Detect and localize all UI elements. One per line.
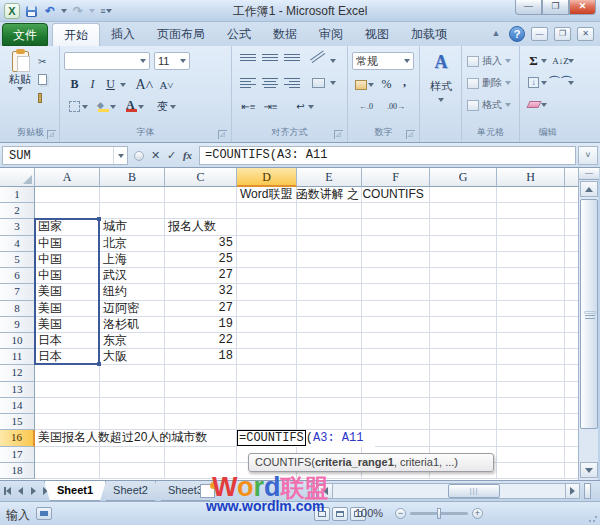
cell-C3[interactable]: 报名人数 — [165, 219, 237, 235]
wrap-dropdown[interactable] — [308, 105, 314, 109]
cell-B7[interactable]: 纽约 — [100, 284, 165, 300]
middle-align-button[interactable] — [262, 54, 278, 66]
help-icon[interactable]: ? — [509, 26, 525, 42]
underline-dropdown[interactable] — [120, 83, 126, 87]
underline-button[interactable]: U — [102, 76, 119, 93]
cell-D14[interactable] — [237, 398, 297, 414]
cell-C5[interactable]: 25 — [165, 252, 237, 268]
cell-H5[interactable] — [497, 252, 565, 268]
find-dropdown[interactable] — [568, 81, 574, 85]
cell-A10[interactable]: 日本 — [35, 333, 100, 349]
cell-H12[interactable] — [497, 365, 565, 381]
cell-H3[interactable] — [497, 219, 565, 235]
zoom-level[interactable]: 100% — [355, 507, 383, 519]
cell-C2[interactable] — [165, 203, 237, 219]
cell-A2[interactable] — [35, 203, 100, 219]
cell-C17[interactable] — [165, 447, 237, 463]
cell-H17[interactable] — [497, 447, 565, 463]
scroll-down-arrow[interactable] — [580, 462, 598, 478]
border-dropdown[interactable] — [82, 105, 88, 109]
cell-E7[interactable] — [297, 284, 362, 300]
selection-handle-bottom-right[interactable] — [97, 362, 101, 366]
cell-C9[interactable]: 19 — [165, 317, 237, 333]
font-color-dropdown[interactable] — [138, 105, 144, 109]
column-header-A[interactable]: A — [35, 168, 100, 187]
cell-H2[interactable] — [497, 203, 565, 219]
sort-filter-button[interactable]: A↓Z — [552, 52, 569, 69]
horizontal-scroll-track[interactable] — [333, 483, 565, 499]
cell-G13[interactable] — [430, 382, 497, 398]
cell-H15[interactable] — [497, 414, 565, 430]
fill-button[interactable]: ↓ — [525, 74, 542, 91]
row-header-10[interactable]: 10 — [0, 333, 35, 349]
cell-F6[interactable] — [362, 268, 430, 284]
orientation-button[interactable] — [310, 50, 330, 69]
cell-B12[interactable] — [100, 365, 165, 381]
cell-A5[interactable]: 中国 — [35, 252, 100, 268]
close-button[interactable]: ✕ — [569, 0, 596, 15]
cell-G8[interactable] — [430, 301, 497, 317]
copy-button[interactable] — [38, 71, 58, 87]
cell-B8[interactable]: 迈阿密 — [100, 301, 165, 317]
sort-dropdown[interactable] — [568, 59, 574, 63]
cell-A11[interactable]: 日本 — [35, 349, 100, 365]
row-header-8[interactable]: 8 — [0, 301, 35, 317]
cell-C15[interactable] — [165, 414, 237, 430]
cut-button[interactable]: ✂ — [38, 53, 58, 69]
cell-H9[interactable] — [497, 317, 565, 333]
zoom-track[interactable] — [410, 512, 468, 515]
column-header-D[interactable]: D — [237, 168, 297, 187]
orientation-dropdown[interactable] — [330, 59, 336, 63]
ribbon-tab[interactable]: 公式 — [216, 23, 262, 46]
paste-button[interactable]: 粘贴 — [5, 51, 35, 91]
cell-C12[interactable] — [165, 365, 237, 381]
cell-G1[interactable] — [430, 187, 497, 203]
row-header-15[interactable]: 15 — [0, 414, 35, 430]
cell-E11[interactable] — [297, 349, 362, 365]
format-cells-button[interactable]: 格式 — [467, 98, 511, 112]
file-tab[interactable]: 文件 — [2, 23, 48, 46]
cell-D6[interactable] — [237, 268, 297, 284]
cell-H11[interactable] — [497, 349, 565, 365]
cancel-button[interactable]: ✕ — [148, 147, 163, 164]
restore-button[interactable]: ❐ — [542, 0, 569, 15]
minimize-button[interactable]: — — [515, 0, 542, 15]
fill-color-dropdown[interactable] — [110, 105, 116, 109]
cell-D3[interactable] — [237, 219, 297, 235]
ribbon-tab[interactable]: 加载项 — [400, 23, 458, 46]
cell-C4[interactable]: 35 — [165, 236, 237, 252]
ribbon-restore-button[interactable]: ❐ — [554, 27, 571, 41]
name-box-dropdown[interactable] — [113, 147, 127, 164]
ribbon-tab[interactable]: 审阅 — [308, 23, 354, 46]
row-header-16[interactable]: 16 — [0, 430, 35, 446]
cell-A15[interactable] — [35, 414, 100, 430]
cell-G10[interactable] — [430, 333, 497, 349]
merge-dropdown[interactable] — [330, 81, 336, 85]
column-header-G[interactable]: G — [430, 168, 497, 187]
zoom-in-button[interactable]: + — [472, 508, 483, 519]
ribbon-minimize-button[interactable]: — — [531, 27, 548, 41]
cell-G7[interactable] — [430, 284, 497, 300]
row-header-1[interactable]: 1 — [0, 187, 35, 203]
styles-button[interactable]: A 样式 — [423, 52, 459, 102]
row-header-17[interactable]: 17 — [0, 447, 35, 463]
page-layout-view-button[interactable] — [332, 507, 348, 521]
cell-G9[interactable] — [430, 317, 497, 333]
ribbon-tab[interactable]: 插入 — [100, 23, 146, 46]
cell-F11[interactable] — [362, 349, 430, 365]
cell-A13[interactable] — [35, 382, 100, 398]
cell-H6[interactable] — [497, 268, 565, 284]
cell-E9[interactable] — [297, 317, 362, 333]
formula-input[interactable]: =COUNTIFS(A3: A11 — [199, 146, 576, 165]
cell-F7[interactable] — [362, 284, 430, 300]
cell-C6[interactable]: 27 — [165, 268, 237, 284]
cell-C11[interactable]: 18 — [165, 349, 237, 365]
cell-B4[interactable]: 北京 — [100, 236, 165, 252]
cell-B14[interactable] — [100, 398, 165, 414]
cell-B15[interactable] — [100, 414, 165, 430]
delete-cells-button[interactable]: 删除 — [467, 76, 511, 90]
shrink-font-button[interactable]: A˅ — [158, 76, 175, 93]
expand-formula-bar-button[interactable]: ˅ — [578, 146, 598, 165]
cell-C10[interactable]: 22 — [165, 333, 237, 349]
insert-function-button[interactable]: fx — [180, 147, 195, 164]
